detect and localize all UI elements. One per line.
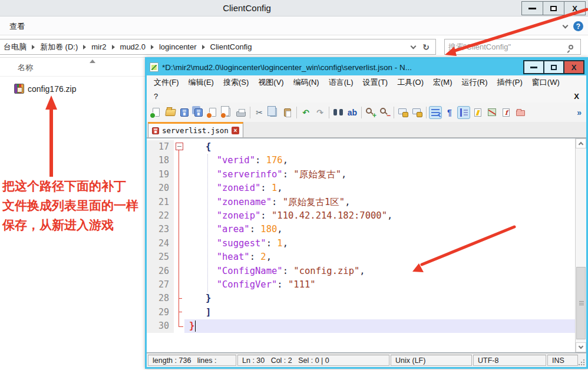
scrollbar-down-button[interactable] (576, 342, 586, 352)
refresh-icon[interactable]: ↻ (422, 42, 430, 52)
code-text[interactable]: "ConfigVer": "111" (184, 278, 575, 292)
menu-item[interactable]: 编辑(E) (184, 77, 219, 88)
word-wrap-icon[interactable] (429, 106, 442, 119)
file-item-config176[interactable]: config176.zip (14, 84, 77, 94)
explorer-maximize-button[interactable] (543, 1, 564, 15)
indent-guide-icon[interactable] (457, 106, 470, 119)
playback-macro-icon[interactable] (411, 106, 424, 119)
code-text[interactable]: } (184, 319, 575, 333)
code-line[interactable]: 21 "zonename": "原始复古1区", (147, 196, 575, 209)
close-all-icon[interactable] (220, 106, 233, 119)
menu-item[interactable]: 宏(M) (428, 77, 457, 88)
address-dropdown-chevron-icon[interactable] (411, 43, 417, 49)
copy-icon[interactable] (267, 106, 280, 119)
menu-item[interactable]: 视图(V) (253, 77, 288, 88)
code-text[interactable]: { (184, 140, 575, 154)
find-icon[interactable] (332, 106, 345, 119)
function-list-icon[interactable] (500, 106, 513, 119)
code-text[interactable]: } (184, 292, 575, 305)
code-line[interactable]: 27 "ConfigVer": "111" (147, 278, 575, 292)
breadcrumb-item[interactable]: mir2 (90, 42, 108, 51)
replace-icon[interactable]: ab (346, 106, 359, 119)
code-line[interactable]: 25 "heat": 2, (147, 250, 575, 264)
breadcrumb-item[interactable]: 新加卷 (D:) (38, 42, 80, 52)
code-line[interactable]: 22 "zoneip": "110.42.214.182:7000", (147, 209, 575, 223)
fold-margin[interactable] (174, 319, 184, 333)
fold-margin[interactable] (174, 250, 184, 264)
menu-view[interactable]: 查看 (6, 20, 28, 33)
notepadpp-minimize-button[interactable] (523, 60, 544, 74)
code-text[interactable]: "serverinfo": "原始复古", (184, 168, 575, 181)
code-line[interactable]: 24 "suggest": 1, (147, 237, 575, 250)
menu-item[interactable]: 插件(P) (493, 77, 527, 88)
menu-item[interactable]: 运行(R) (457, 77, 492, 88)
resize-grip-icon[interactable] (578, 359, 585, 366)
code-text[interactable]: "zoneid": 1, (184, 181, 575, 195)
code-text[interactable]: "area": 180, (184, 223, 575, 236)
code-line[interactable]: 28 } (147, 292, 575, 305)
menu-item[interactable]: 文件(F) (149, 77, 184, 88)
help-icon[interactable]: ? (573, 21, 583, 31)
scrollbar-thumb[interactable] (576, 267, 586, 339)
code-text[interactable]: "ConfigName": "config.zip", (184, 265, 575, 278)
code-text[interactable]: "suggest": 1, (184, 237, 575, 250)
explorer-titlebar[interactable]: ClientConfig X (0, 0, 588, 16)
menu-item[interactable]: 编码(N) (289, 77, 324, 88)
fold-margin[interactable] (174, 209, 184, 223)
paste-icon[interactable] (281, 106, 294, 119)
close-file-icon[interactable] (206, 106, 219, 119)
tab-serverlist-json[interactable]: serverlist.json × (148, 122, 243, 137)
menu-item[interactable]: 窗口(W) (527, 77, 564, 88)
show-all-characters-icon[interactable]: ¶ (443, 106, 456, 119)
code-line[interactable]: 30} (147, 319, 575, 333)
fold-margin[interactable] (174, 292, 184, 305)
code-text[interactable]: "heat": 2, (184, 250, 575, 264)
fold-margin[interactable] (174, 181, 184, 195)
editor-vertical-scrollbar[interactable] (575, 138, 586, 352)
fold-margin[interactable] (174, 168, 184, 181)
search-input[interactable] (445, 42, 569, 51)
record-macro-icon[interactable] (397, 106, 409, 119)
code-line[interactable]: 29 ] (147, 306, 575, 319)
notepadpp-titlebar[interactable]: *D:\mir2\mud2.0\logincenter\logincenter_… (147, 59, 586, 75)
breadcrumb-item[interactable]: logincenter (157, 42, 199, 51)
new-file-icon[interactable] (150, 106, 163, 119)
open-file-icon[interactable] (164, 106, 177, 119)
breadcrumb-item[interactable]: mud2.0 (118, 42, 147, 51)
sort-ascending-icon[interactable] (90, 60, 95, 63)
code-text[interactable]: ] (184, 306, 575, 319)
undo-icon[interactable]: ↶ (299, 106, 312, 119)
breadcrumb-item[interactable]: ClientConfig (209, 42, 254, 51)
tab-close-icon[interactable]: × (232, 127, 239, 134)
search-icon[interactable] (569, 45, 573, 49)
ribbon-collapse-chevron-icon[interactable] (563, 22, 569, 28)
menu-item[interactable]: 工具(O) (392, 77, 428, 88)
breadcrumb-item[interactable]: 台电脑 (2, 42, 28, 52)
notepadpp-close-button[interactable]: X (563, 60, 584, 74)
notepadpp-maximize-button[interactable] (543, 60, 564, 74)
code-line[interactable]: 18 "verid": 176, (147, 154, 575, 167)
save-icon[interactable] (178, 106, 191, 119)
code-line[interactable]: 17 { (147, 140, 575, 154)
fold-margin[interactable] (174, 196, 184, 209)
fold-margin[interactable] (174, 306, 184, 319)
code-text[interactable]: "verid": 176, (184, 154, 575, 167)
menu-item[interactable]: 搜索(S) (219, 77, 253, 88)
menu-close-document-button[interactable]: X (572, 92, 582, 101)
explorer-close-button[interactable]: X (564, 1, 586, 15)
fold-margin[interactable] (174, 154, 184, 167)
zoom-in-icon[interactable]: + (364, 106, 377, 119)
document-map-icon[interactable] (485, 106, 498, 119)
explorer-minimize-button[interactable] (521, 1, 543, 15)
code-line[interactable]: 20 "zoneid": 1, (147, 181, 575, 195)
editor-area[interactable]: 17 {18 "verid": 176,19 "serverinfo": "原始… (147, 138, 586, 353)
fold-margin[interactable] (174, 223, 184, 236)
cut-icon[interactable]: ✂ (253, 106, 266, 119)
menu-item[interactable]: 设置(T) (358, 77, 393, 88)
code-text[interactable]: "zonename": "原始复古1区", (184, 196, 575, 209)
save-all-icon[interactable] (192, 106, 205, 119)
fold-margin[interactable] (174, 237, 184, 250)
redo-icon[interactable]: ↷ (313, 106, 326, 119)
fold-margin[interactable] (174, 278, 184, 292)
menu-help[interactable]: ? (151, 92, 160, 101)
